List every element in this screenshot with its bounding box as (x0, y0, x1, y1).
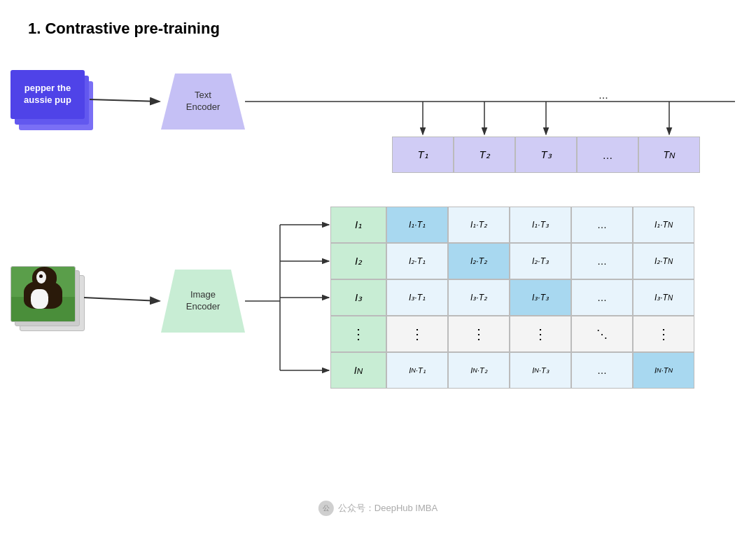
dots-row: ⋮ ⋮ ⋮ ⋮ ⋱ ⋮ (330, 316, 694, 352)
watermark-icon: 公 (318, 501, 334, 516)
t2-header: T₂ (454, 137, 515, 173)
text-encoder: TextEncoder (161, 74, 245, 130)
cell-dots2: ⋮ (448, 316, 510, 352)
cell-i1t1: I₁·T₁ (386, 207, 448, 243)
cell-i2t2: I₂·T₂ (448, 243, 510, 279)
svg-text:···: ··· (598, 92, 608, 104)
diagram-title: 1. Contrastive pre-training (28, 20, 220, 38)
text-encoder-label: TextEncoder (186, 90, 220, 113)
image-encoder: ImageEncoder (161, 270, 245, 333)
tN-header: TN (638, 137, 700, 173)
t3-header: T₃ (515, 137, 577, 173)
cell-i2t1: I₂·T₁ (386, 243, 448, 279)
cell-i1t3: I₁·T₃ (510, 207, 571, 243)
text-input-stack: pepper the aussie pup (10, 70, 94, 133)
text-input-card: pepper the aussie pup (10, 70, 85, 119)
i1-header: I₁ (330, 207, 386, 243)
image-input-stack (10, 266, 94, 333)
cell-i3tN: I₃·TN (633, 279, 694, 316)
cell-i3t1: I₃·T₁ (386, 279, 448, 316)
i2-header: I₂ (330, 243, 386, 279)
cell-i1dots: … (571, 207, 633, 243)
t-dots-header: … (577, 137, 638, 173)
cell-i3t2: I₃·T₂ (448, 279, 510, 316)
iN-row: IN IN·T₁ IN·T₂ IN·T₃ … IN·TN (330, 352, 694, 389)
i3-header: I₃ (330, 279, 386, 316)
watermark: 公 公众号：DeepHub IMBA (318, 501, 438, 516)
i2-row: I₂ I₂·T₁ I₂·T₂ I₂·T₃ … I₂·TN (330, 243, 694, 279)
cell-dots-diag: ⋱ (571, 316, 633, 352)
cell-iNdots: … (571, 352, 633, 389)
i-dots-header: ⋮ (330, 316, 386, 352)
cell-iNt1: IN·T₁ (386, 352, 448, 389)
image-encoder-label: ImageEncoder (186, 289, 220, 313)
cell-dotsN: ⋮ (633, 316, 694, 352)
cell-dots3: ⋮ (510, 316, 571, 352)
i3-row: I₃ I₃·T₁ I₃·T₂ I₃·T₃ … I₃·TN (330, 279, 694, 316)
cell-i1tN: I₁·TN (633, 207, 694, 243)
cell-iNt3: IN·T₃ (510, 352, 571, 389)
i1-row: I₁ I₁·T₁ I₁·T₂ I₁·T₃ … I₁·TN (330, 207, 694, 243)
cell-iNt2: IN·T₂ (448, 352, 510, 389)
svg-line-10 (84, 298, 160, 301)
cell-i2t3: I₂·T₃ (510, 243, 571, 279)
cell-iNtN: IN·TN (633, 352, 694, 389)
cell-i3t3: I₃·T₃ (510, 279, 571, 316)
cell-dots1: ⋮ (386, 316, 448, 352)
t-headers-row: T₁ T₂ T₃ … TN (392, 137, 700, 173)
cell-i1t2: I₁·T₂ (448, 207, 510, 243)
t1-header: T₁ (392, 137, 454, 173)
cell-i3dots: … (571, 279, 633, 316)
cell-i2dots: … (571, 243, 633, 279)
svg-line-3 (90, 99, 160, 102)
cell-i2tN: I₂·TN (633, 243, 694, 279)
iN-header: IN (330, 352, 386, 389)
